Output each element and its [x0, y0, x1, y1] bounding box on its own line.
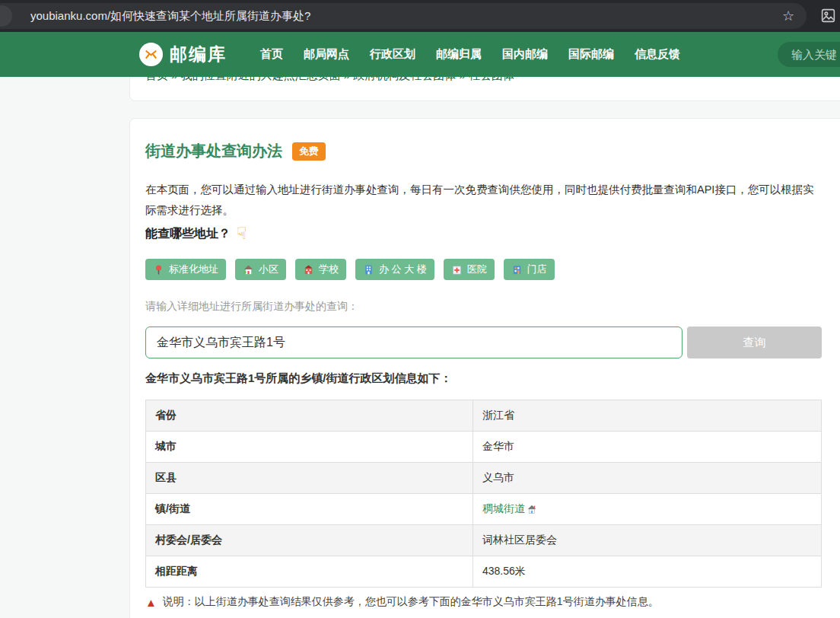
table-row-committee: 村委会/居委会 词林社区居委会: [146, 525, 822, 556]
url-bar[interactable]: youbianku.com/如何快速查询某个地址所属街道办事处?: [0, 3, 807, 29]
brand-name: 邮编库: [170, 43, 227, 66]
disclaimer-note: ▲ 说明：以上街道办事处查询结果仅供参考，您也可以参考下面的金华市义乌市宾王路1…: [145, 595, 659, 609]
nav-item-zip-attribution[interactable]: 邮编归属: [436, 47, 482, 62]
keyword-search-input[interactable]: [778, 42, 840, 67]
main-navbar: 邮编库 首页 邮局网点 行政区划 邮编归属 国内邮编 国际邮编 信息反馈: [0, 32, 840, 77]
row-key: 相距距离: [146, 556, 473, 588]
row-key: 区县: [146, 463, 473, 494]
note-text: 说明：以上街道办事处查询结果仅供参考，您也可以参考下面的金华市义乌市宾王路1号街…: [163, 595, 659, 609]
free-badge: 免费: [292, 142, 326, 161]
table-row-province: 省份 浙江省: [146, 400, 822, 432]
page-title: 街道办事处查询办法: [145, 141, 282, 161]
store-icon: [511, 264, 523, 276]
nav-item-domestic-zip[interactable]: 国内邮编: [502, 47, 548, 62]
warning-triangle-icon: ▲: [145, 596, 157, 609]
town-link[interactable]: 稠城街道: [482, 502, 537, 516]
row-value: 义乌市: [473, 463, 822, 494]
star-icon[interactable]: ☆: [782, 6, 794, 26]
address-type-tags: 标准化地址 小区 学校: [145, 259, 555, 280]
subheading: 能查哪些地址？ ☟: [145, 224, 247, 244]
intro-text: 在本页面，您可以通过输入地址进行街道办事处查询，每日有一次免费查询供您使用，同时…: [145, 180, 825, 221]
row-key: 城市: [146, 432, 473, 463]
tag-hospital[interactable]: 医院: [444, 259, 495, 280]
tag-store[interactable]: 门店: [504, 259, 555, 280]
table-row-district: 区县 义乌市: [146, 463, 822, 494]
house-garden-icon: [243, 264, 254, 276]
result-heading: 金华市义乌市宾王路1号所属的乡镇/街道行政区划信息如下：: [145, 371, 452, 386]
url-text: youbianku.com/如何快速查询某个地址所属街道办事处?: [30, 9, 310, 24]
row-key: 镇/街道: [146, 494, 473, 525]
tag-standard-address[interactable]: 标准化地址: [145, 259, 226, 280]
nav-item-international-zip[interactable]: 国际邮编: [568, 47, 614, 62]
page: youbianku.com/如何快速查询某个地址所属街道办事处? ☆ 邮编库 首…: [0, 0, 840, 618]
tag-residential-area[interactable]: 小区: [235, 259, 286, 280]
row-value: 浙江省: [473, 400, 822, 432]
title-row: 街道办事处查询办法 免费: [145, 141, 326, 161]
nav-item-post-offices[interactable]: 邮局网点: [304, 47, 349, 62]
school-icon: [303, 264, 314, 276]
address-input[interactable]: [145, 327, 682, 358]
house-icon: [527, 504, 537, 514]
tag-office-building[interactable]: 办 公 大 楼: [355, 259, 434, 280]
hospital-icon: [451, 264, 463, 276]
tag-school[interactable]: 学校: [295, 259, 346, 280]
office-building-icon: [363, 264, 374, 276]
row-key: 省份: [146, 400, 473, 432]
pointing-down-icon: ☟: [237, 224, 247, 244]
envelope-logo-icon: [139, 43, 163, 66]
row-value: 438.56米: [473, 556, 822, 588]
table-row-city: 城市 金华市: [146, 432, 822, 463]
table-row-town: 镇/街道 稠城街道: [146, 494, 822, 525]
row-key: 村委会/居委会: [146, 525, 473, 556]
nav-item-admin-divisions[interactable]: 行政区划: [370, 47, 415, 62]
nav-item-home[interactable]: 首页: [260, 47, 283, 62]
subheading-text: 能查哪些地址？: [145, 226, 231, 242]
nav-item-feedback[interactable]: 信息反馈: [635, 47, 680, 62]
image-icon[interactable]: [820, 8, 836, 24]
table-row-distance: 相距距离 438.56米: [146, 556, 822, 588]
pin-icon: [153, 264, 164, 276]
nav-menu: 首页 邮局网点 行政区划 邮编归属 国内邮编 国际邮编 信息反馈: [260, 47, 680, 62]
row-value: 金华市: [473, 432, 822, 463]
result-table: 省份 浙江省 城市 金华市 区县 义乌市 镇/街道 稠城街道: [145, 400, 822, 588]
browser-bar: youbianku.com/如何快速查询某个地址所属街道办事处? ☆: [0, 0, 840, 32]
address-input-label: 请输入详细地址进行所属街道办事处的查询：: [145, 300, 358, 314]
row-value: 词林社区居委会: [473, 525, 822, 556]
content-card: 街道办事处查询办法 免费 在本页面，您可以通过输入地址进行街道办事处查询，每日有…: [129, 118, 840, 618]
query-button[interactable]: 查询: [687, 327, 822, 358]
brand-logo[interactable]: 邮编库: [139, 43, 227, 66]
